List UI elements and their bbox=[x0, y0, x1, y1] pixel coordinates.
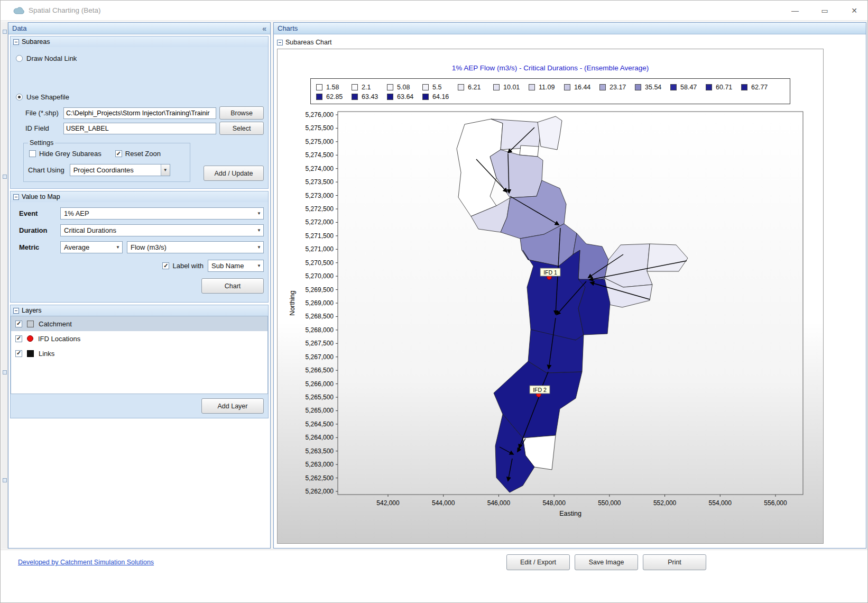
layer-checkbox[interactable] bbox=[15, 350, 22, 357]
legend-value: 23.17 bbox=[610, 84, 626, 91]
chart-button[interactable]: Chart bbox=[201, 278, 264, 294]
y-tick-label: 5,262,500 bbox=[306, 474, 334, 482]
maximize-icon[interactable]: ▭ bbox=[816, 4, 834, 17]
add-layer-button[interactable]: Add Layer bbox=[201, 398, 264, 414]
legend-item[interactable]: 63.64 bbox=[387, 92, 422, 102]
layer-row-ifd-locations[interactable]: IFD Locations bbox=[11, 331, 267, 346]
layer-checkbox[interactable] bbox=[15, 321, 22, 327]
legend-item[interactable]: 63.43 bbox=[352, 92, 387, 102]
main-area: Data « Subareas Draw Nodal Link bbox=[1, 21, 867, 550]
close-icon[interactable]: ✕ bbox=[845, 4, 863, 17]
minimize-icon[interactable]: — bbox=[786, 4, 804, 17]
dock-tab-icon[interactable] bbox=[3, 478, 7, 482]
select-button[interactable]: Select bbox=[219, 122, 264, 135]
layer-checkbox[interactable] bbox=[15, 335, 22, 342]
collapse-group-icon[interactable] bbox=[13, 39, 19, 45]
y-tick-label: 5,267,500 bbox=[306, 340, 334, 347]
layers-group-title: Layers bbox=[22, 307, 42, 314]
legend-item[interactable]: 11.09 bbox=[529, 83, 564, 92]
label-with-dropdown[interactable]: Sub Name ▼ bbox=[208, 260, 264, 272]
metric-aggregation-dropdown[interactable]: Average ▼ bbox=[60, 241, 123, 253]
duration-dropdown[interactable]: Critical Durations ▼ bbox=[60, 224, 264, 236]
metric-type-dropdown[interactable]: Flow (m3/s) ▼ bbox=[127, 241, 264, 253]
legend-value: 1.58 bbox=[326, 84, 339, 91]
radio-icon bbox=[16, 55, 23, 62]
y-tick-label: 5,274,000 bbox=[306, 165, 334, 172]
y-tick-label: 5,267,000 bbox=[306, 353, 334, 361]
x-tick-label: 544,000 bbox=[432, 499, 455, 507]
reset-zoom-checkbox[interactable]: Reset Zoon bbox=[115, 150, 161, 158]
chart-using-dropdown[interactable]: Project Coordiantes ▼ bbox=[70, 164, 170, 176]
collapse-group-icon[interactable] bbox=[13, 308, 19, 314]
legend-item[interactable]: 58.47 bbox=[670, 83, 706, 92]
legend-swatch-icon bbox=[422, 84, 429, 90]
chevron-down-icon: ▼ bbox=[255, 225, 263, 236]
square-grey-icon bbox=[27, 321, 34, 327]
y-tick-label: 5,265,000 bbox=[306, 407, 334, 414]
collapse-group-icon[interactable] bbox=[277, 40, 283, 45]
edit-export-button[interactable]: Edit / Export bbox=[506, 554, 570, 570]
legend-item[interactable]: 2.1 bbox=[352, 83, 387, 92]
legend-item[interactable]: 10.01 bbox=[493, 83, 529, 92]
chart-using-value: Project Coordiantes bbox=[73, 166, 161, 174]
subarea-polygon[interactable] bbox=[520, 145, 539, 157]
subareas-group-header[interactable]: Subareas bbox=[11, 36, 268, 47]
draw-nodal-link-radio[interactable]: Draw Nodal Link bbox=[16, 54, 268, 62]
use-shapefile-label: Use Shapefile bbox=[26, 93, 69, 101]
hide-grey-subareas-checkbox[interactable]: Hide Grey Subareas bbox=[29, 150, 101, 158]
legend-value: 10.01 bbox=[503, 84, 520, 91]
collapse-panel-icon[interactable]: « bbox=[262, 25, 266, 32]
dock-tab-icon[interactable] bbox=[3, 30, 7, 34]
x-tick-label: 556,000 bbox=[764, 499, 787, 507]
subareas-chart-group-header[interactable]: Subareas Chart bbox=[277, 37, 863, 48]
subarea-polygon[interactable] bbox=[538, 116, 562, 150]
legend-item[interactable]: 23.17 bbox=[599, 83, 635, 92]
map-plot[interactable]: 5,276,0005,275,5005,275,0005,274,5005,27… bbox=[285, 107, 819, 525]
event-value: 1% AEP bbox=[64, 209, 255, 217]
layer-row-links[interactable]: Links bbox=[11, 346, 267, 361]
legend-item[interactable]: 62.77 bbox=[741, 83, 777, 92]
chart-legend: 1.582.15.085.56.2110.0111.0916.4423.1735… bbox=[310, 78, 790, 104]
legend-item[interactable]: 5.5 bbox=[422, 83, 458, 92]
collapse-group-icon[interactable] bbox=[13, 194, 19, 200]
legend-item[interactable]: 5.08 bbox=[387, 83, 422, 92]
y-axis-title: Northing bbox=[289, 290, 296, 315]
add-update-button[interactable]: Add / Update bbox=[204, 166, 264, 181]
legend-item[interactable]: 6.21 bbox=[458, 83, 493, 92]
subareas-group-title: Subareas bbox=[22, 38, 50, 45]
legend-item[interactable]: 1.58 bbox=[316, 83, 352, 92]
checkbox-icon bbox=[29, 150, 36, 157]
legend-item[interactable]: 16.44 bbox=[564, 83, 599, 92]
legend-item[interactable]: 62.85 bbox=[316, 92, 352, 102]
metric-type-value: Flow (m3/s) bbox=[131, 243, 255, 251]
save-image-button[interactable]: Save Image bbox=[575, 554, 638, 570]
use-shapefile-radio[interactable]: Use Shapefile bbox=[16, 93, 268, 101]
shapefile-path-input[interactable] bbox=[63, 107, 216, 119]
credit-link[interactable]: Developed by Catchment Simulation Soluti… bbox=[18, 559, 154, 566]
settings-groupbox: Settings Hide Grey Subareas Reset Zoon bbox=[23, 139, 190, 182]
dock-tab-icon[interactable] bbox=[3, 175, 7, 179]
y-tick-label: 5,266,000 bbox=[306, 380, 334, 388]
y-tick-label: 5,263,000 bbox=[306, 461, 334, 468]
event-dropdown[interactable]: 1% AEP ▼ bbox=[60, 207, 264, 220]
label-with-checkbox[interactable]: Label with bbox=[162, 262, 204, 270]
subareas-chart-title: Subareas Chart bbox=[285, 39, 332, 46]
y-tick-label: 5,273,500 bbox=[306, 178, 334, 186]
x-tick-label: 550,000 bbox=[598, 499, 621, 507]
print-button[interactable]: Print bbox=[643, 554, 706, 570]
layers-group-header[interactable]: Layers bbox=[11, 305, 268, 316]
legend-item[interactable]: 35.54 bbox=[635, 83, 670, 92]
legend-item[interactable]: 64.16 bbox=[422, 92, 458, 102]
value-to-map-group-header[interactable]: Value to Map bbox=[11, 191, 268, 202]
id-field-input[interactable] bbox=[63, 123, 216, 134]
legend-swatch-icon bbox=[564, 84, 570, 90]
charts-panel-header: Charts bbox=[274, 23, 866, 34]
x-tick-label: 548,000 bbox=[542, 499, 566, 507]
legend-item[interactable]: 60.71 bbox=[706, 83, 741, 92]
y-tick-label: 5,276,000 bbox=[306, 111, 334, 118]
browse-button[interactable]: Browse bbox=[219, 106, 264, 120]
layer-row-catchment[interactable]: Catchment bbox=[11, 316, 267, 331]
y-tick-label: 5,268,500 bbox=[306, 313, 334, 320]
dock-tab-icon[interactable] bbox=[3, 370, 7, 374]
layers-group: Layers CatchmentIFD LocationsLinks Add L… bbox=[10, 305, 269, 418]
